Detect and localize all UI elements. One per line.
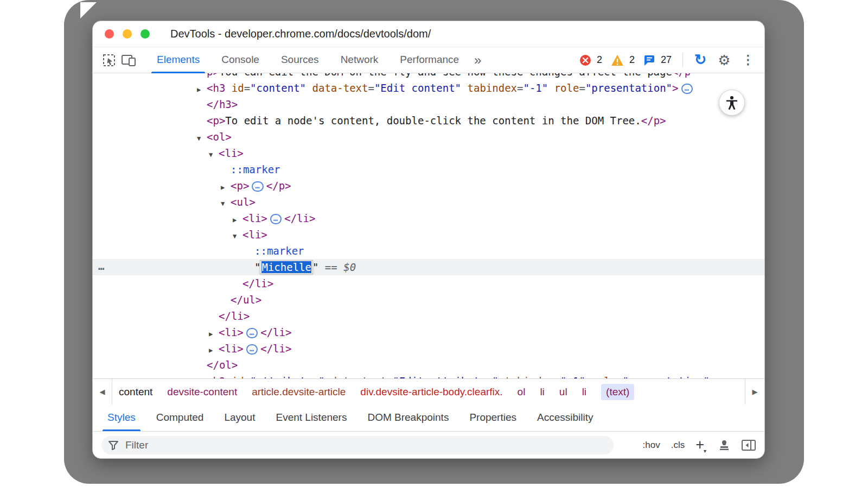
collapsed-arrow-icon[interactable]: ▶ (233, 212, 242, 228)
breadcrumb-item[interactable]: ol (518, 386, 526, 398)
stamp-icon[interactable] (718, 439, 731, 452)
code-token: </p> (266, 180, 291, 192)
code-token: <p> (207, 115, 225, 127)
collapsed-arrow-icon[interactable]: ▶ (221, 179, 231, 195)
tab-performance[interactable]: Performance (389, 47, 470, 73)
tree-row[interactable]: ::marker (93, 243, 764, 259)
code-token: You can edit the DOM on the fly and see … (219, 73, 672, 78)
accessibility-overlay-button[interactable] (719, 90, 745, 116)
inspect-icon[interactable] (99, 50, 119, 70)
sync-icon[interactable]: ↻ (691, 50, 710, 70)
tab-console[interactable]: Console (210, 47, 270, 73)
filter-field[interactable] (101, 436, 614, 454)
expanded-arrow-icon[interactable]: ▼ (197, 130, 207, 147)
tree-row[interactable]: </h3> (93, 96, 764, 112)
tree-row[interactable]: p>You can edit the DOM on the fly and se… (93, 73, 764, 80)
tab-styles[interactable]: Styles (97, 404, 146, 431)
tree-row[interactable]: ▼<ol> (93, 129, 764, 145)
row-actions-icon[interactable]: … (98, 258, 105, 274)
cls-toggle[interactable]: .cls (671, 440, 685, 451)
tab-sources[interactable]: Sources (270, 47, 330, 73)
breadcrumb-item[interactable]: li (540, 386, 544, 398)
breadcrumb-item[interactable]: article.devsite-article (252, 386, 346, 398)
breadcrumb-item[interactable]: div.devsite-article-body.clearfix. (360, 386, 502, 398)
expanded-arrow-icon[interactable]: ▼ (221, 195, 231, 212)
inline-expand-icon[interactable]: … (246, 344, 258, 355)
tree-row-selected[interactable]: …"Michelle" == $0 (93, 259, 764, 275)
breadcrumb-item[interactable]: li (582, 386, 586, 398)
kebab-menu-icon[interactable]: ⋮ (738, 50, 758, 70)
tree-row[interactable]: ▶<li>…</li> (93, 340, 764, 357)
code-token: </li> (219, 310, 250, 322)
crumbs-scroll-left-icon[interactable]: ◀ (93, 379, 112, 404)
sidebar-tab-strip: StylesComputedLayoutEvent ListenersDOM B… (93, 404, 764, 432)
tree-row[interactable]: ▼<li> (93, 226, 764, 243)
code-token: </li> (284, 212, 315, 224)
crumbs-scroll-right-icon[interactable]: ▶ (745, 379, 764, 404)
tab-properties[interactable]: Properties (459, 404, 527, 431)
tree-row[interactable]: <p>To edit a node's content, double-clic… (93, 112, 764, 129)
tab-dom-breakpoints[interactable]: DOM Breakpoints (357, 404, 459, 431)
hov-toggle[interactable]: :hov (643, 440, 660, 451)
inline-expand-icon[interactable]: … (252, 181, 263, 192)
tab-computed[interactable]: Computed (146, 404, 214, 431)
filter-input[interactable] (124, 439, 607, 452)
breadcrumb-item[interactable]: (text) (601, 384, 634, 400)
code-token: "Edit content" (374, 82, 461, 94)
tab-network[interactable]: Network (330, 47, 390, 73)
tab-layout[interactable]: Layout (214, 404, 265, 431)
node-edit-box[interactable]: Michelle (260, 261, 312, 274)
tab-elements[interactable]: Elements (146, 47, 210, 73)
collapsed-arrow-icon[interactable]: ▶ (197, 81, 207, 98)
breadcrumb-item[interactable]: devsite-content (167, 386, 237, 398)
expanded-arrow-icon[interactable]: ▼ (209, 147, 219, 163)
tab-event-listeners[interactable]: Event Listeners (265, 404, 357, 431)
code-token: "presentation" (585, 82, 672, 94)
new-style-rule-button[interactable]: + (695, 438, 707, 452)
inline-expand-icon[interactable]: … (681, 84, 693, 94)
breadcrumb-item[interactable]: content (119, 386, 152, 398)
breadcrumb-item[interactable]: ul (559, 386, 567, 398)
code-token: <h3 (207, 375, 225, 378)
code-token: ::marker (231, 163, 280, 175)
gear-icon[interactable]: ⚙ (714, 50, 734, 70)
error-icon[interactable] (578, 50, 592, 70)
code-token: "content" (250, 82, 306, 94)
more-tabs-icon[interactable]: » (470, 53, 486, 68)
toolbar-divider (682, 53, 683, 67)
tree-row[interactable]: ::marker (93, 161, 764, 178)
tree-row[interactable]: ▼<ul> (93, 194, 764, 210)
collapsed-arrow-icon[interactable]: ▶ (209, 326, 219, 342)
close-button[interactable] (105, 29, 114, 39)
warning-icon[interactable] (610, 50, 625, 70)
collapsed-arrow-icon[interactable]: ▶ (209, 342, 219, 358)
tree-row[interactable]: </li> (93, 308, 764, 324)
zoom-button[interactable] (141, 29, 150, 39)
code-token: </ol> (207, 359, 238, 371)
minimize-button[interactable] (123, 29, 132, 39)
tree-row[interactable]: ▼<li> (93, 145, 764, 161)
tree-row[interactable]: </ol> (93, 357, 764, 373)
tree-row[interactable]: </li> (93, 275, 764, 292)
collapsed-arrow-icon[interactable]: ▶ (197, 375, 207, 378)
tree-row[interactable]: </ul> (93, 292, 764, 308)
device-toolbar-icon[interactable] (119, 50, 138, 70)
tree-row[interactable]: ▶<h3 id="content" data-text="Edit conten… (93, 80, 764, 96)
code-token: tabindex (461, 82, 517, 94)
code-token: To edit a node's content, double-click t… (225, 115, 641, 127)
expanded-arrow-icon[interactable]: ▼ (233, 228, 242, 244)
inline-expand-icon[interactable]: … (270, 214, 282, 224)
tree-row[interactable]: ▶<li>…</li> (93, 324, 764, 340)
tree-row[interactable]: ▶<h3 id="attributes" data-text="Edit att… (93, 373, 764, 378)
code-token: "attributes" (250, 375, 324, 378)
tab-accessibility[interactable]: Accessibility (527, 404, 603, 431)
issues-icon[interactable] (642, 50, 656, 70)
sidebar-toggle-icon[interactable] (742, 439, 756, 451)
tree-row[interactable]: ▶<p>…</p> (93, 178, 764, 194)
code-token: <li> (242, 212, 267, 224)
code-token: = (244, 82, 250, 94)
tree-row[interactable]: ▶<li>…</li> (93, 210, 764, 226)
code-token: <p> (231, 180, 249, 192)
breadcrumb: ◀ contentdevsite-contentarticle.devsite-… (93, 378, 764, 404)
inline-expand-icon[interactable]: … (246, 328, 258, 338)
